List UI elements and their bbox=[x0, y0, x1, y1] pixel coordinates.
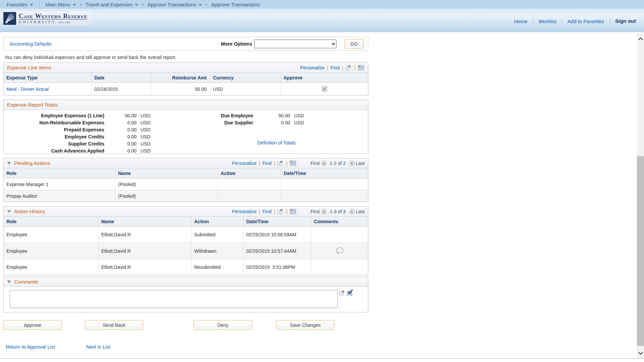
col-currency[interactable]: Currency bbox=[210, 73, 281, 82]
worklist-link[interactable]: Worklist bbox=[539, 18, 556, 24]
home-link[interactable]: Home bbox=[514, 18, 528, 24]
comment-bubble-icon[interactable] bbox=[336, 247, 344, 254]
col-action[interactable]: Action bbox=[192, 217, 244, 226]
tools-separator: | bbox=[259, 209, 260, 214]
personalize-link[interactable]: Personalize bbox=[232, 161, 257, 166]
personalize-link[interactable]: Personalize bbox=[300, 65, 325, 70]
nav-crumb-label: Travel and Expenses bbox=[86, 2, 132, 7]
pager-first[interactable]: First bbox=[311, 161, 320, 166]
find-link[interactable]: Find bbox=[330, 65, 339, 70]
add-to-favorites-link[interactable]: Add to Favorites bbox=[568, 18, 604, 24]
download-grid-icon[interactable] bbox=[290, 209, 297, 214]
ah-datetime: 02/25/2015 10:57:44AM bbox=[244, 243, 311, 259]
tools-separator: | bbox=[286, 161, 287, 166]
expense-report-totals-title: Expense Report Totals bbox=[7, 102, 58, 108]
breadcrumb-separator: › bbox=[142, 1, 144, 8]
find-link[interactable]: Find bbox=[262, 209, 271, 214]
pending-actions-header-row: Role Name Action Date/Time bbox=[4, 168, 368, 178]
header-banner: Case Western Reserve University EST. 182… bbox=[0, 9, 644, 32]
nav-travel-and-expenses[interactable]: Travel and Expenses bbox=[86, 2, 138, 7]
expand-popup-icon[interactable] bbox=[339, 289, 345, 296]
total-amount: 0.00 bbox=[104, 134, 137, 139]
total-label: Non-Reimbursable Expenses bbox=[4, 120, 104, 125]
deny-button[interactable]: Deny bbox=[194, 320, 252, 330]
approve-checkbox[interactable] bbox=[322, 86, 327, 92]
col-approve: Approve bbox=[281, 73, 368, 82]
pager-next-icon[interactable] bbox=[349, 209, 355, 214]
return-to-approval-list-link[interactable]: Return to Approval List bbox=[6, 344, 55, 350]
scroll-down-icon[interactable] bbox=[637, 348, 644, 358]
ah-role: Employee bbox=[4, 259, 99, 275]
col-name[interactable]: Name bbox=[115, 168, 218, 178]
page-bottom-divider bbox=[0, 358, 644, 359]
pa-role: Expense Manager 1 bbox=[4, 178, 115, 190]
pager-next-icon[interactable] bbox=[349, 161, 355, 166]
nav-favorites[interactable]: Favorites bbox=[7, 2, 33, 7]
personalize-link[interactable]: Personalize bbox=[232, 209, 257, 214]
col-name[interactable]: Name bbox=[99, 217, 192, 226]
view-all-popup-icon[interactable] bbox=[277, 160, 284, 166]
download-grid-icon[interactable] bbox=[358, 65, 365, 70]
collapse-triangle-icon[interactable] bbox=[7, 281, 11, 283]
scroll-up-icon[interactable] bbox=[637, 34, 644, 44]
collapse-triangle-icon[interactable] bbox=[7, 162, 11, 165]
total-currency: USD bbox=[137, 127, 151, 132]
total-currency: USD bbox=[137, 113, 151, 118]
tools-separator: | bbox=[354, 65, 356, 70]
chevron-down-icon bbox=[73, 4, 76, 6]
go-button[interactable]: GO bbox=[344, 39, 364, 49]
ah-role: Employee bbox=[4, 227, 99, 243]
nav-favorites-label: Favorites bbox=[7, 2, 28, 7]
more-options-select[interactable] bbox=[254, 40, 336, 48]
sign-out-link[interactable]: Sign out bbox=[615, 18, 636, 24]
col-role[interactable]: Role bbox=[4, 217, 99, 226]
action-history-header-row: Role Name Action Date/Time Comments bbox=[4, 217, 368, 227]
nav-approve-transactions-menu[interactable]: Approve Transactions bbox=[148, 2, 202, 7]
col-expense-type[interactable]: Expense Type bbox=[4, 73, 92, 82]
spell-check-icon[interactable] bbox=[346, 289, 354, 296]
pager-last[interactable]: Last bbox=[356, 161, 365, 166]
download-grid-icon[interactable] bbox=[290, 161, 297, 166]
ah-name: Elliott,David R bbox=[99, 259, 192, 275]
comments-section: Comments bbox=[3, 277, 368, 312]
pager-prev-icon[interactable] bbox=[321, 161, 326, 166]
expense-type-link[interactable]: Meal - Dinner Actual bbox=[6, 86, 49, 92]
col-role[interactable]: Role bbox=[4, 168, 115, 178]
header-links: Home Worklist Add to Favorites Sign out bbox=[514, 18, 636, 24]
col-date[interactable]: Date bbox=[92, 73, 151, 82]
pager-last[interactable]: Last bbox=[356, 209, 365, 214]
pending-action-row: Prepay Auditor (Pooled) bbox=[4, 190, 368, 202]
pending-actions-title: Pending Actions bbox=[14, 160, 50, 166]
next-in-list-link[interactable]: Next in List bbox=[86, 344, 110, 350]
total-amount: 50.00 bbox=[104, 113, 137, 118]
total-label: Cash Advances Applied bbox=[4, 148, 104, 154]
pager-first[interactable]: First bbox=[311, 209, 320, 214]
accounting-defaults-link[interactable]: Accounting Defaults bbox=[10, 41, 52, 47]
view-all-popup-icon[interactable] bbox=[277, 208, 284, 214]
send-back-button[interactable]: Send Back bbox=[85, 320, 143, 330]
nav-approve-transactions-current[interactable]: Approve Transactions bbox=[211, 2, 260, 7]
total-amount: 0.00 bbox=[253, 120, 290, 125]
expense-amount: 50.00 bbox=[151, 83, 210, 95]
totals-left-column: Employee Expenses (1 Line) 50.00 USD Non… bbox=[4, 112, 151, 154]
collapse-triangle-icon[interactable] bbox=[7, 210, 11, 213]
col-action[interactable]: Action bbox=[218, 168, 281, 178]
scrollbar-thumb[interactable] bbox=[637, 156, 644, 346]
col-datetime[interactable]: Date/Time bbox=[244, 217, 311, 226]
col-comments[interactable]: Comments bbox=[311, 217, 368, 226]
cwru-logo-text: Case Western Reserve University EST. 182… bbox=[19, 13, 87, 24]
breadcrumb: Favorites Main Menu › Travel and Expense… bbox=[0, 0, 644, 9]
col-datetime[interactable]: Date/Time bbox=[281, 168, 368, 178]
pending-actions-section: Pending Actions Personalize | Find | | bbox=[3, 158, 368, 202]
pager-prev-icon[interactable] bbox=[321, 209, 326, 214]
find-link[interactable]: Find bbox=[262, 161, 271, 166]
view-all-popup-icon[interactable] bbox=[345, 65, 352, 70]
definition-of-totals-link[interactable]: Definition of Totals bbox=[257, 140, 296, 145]
nav-main-menu[interactable]: Main Menu bbox=[46, 2, 76, 7]
approve-button[interactable]: Approve bbox=[3, 320, 62, 330]
comments-textarea[interactable] bbox=[10, 290, 338, 308]
vertical-scrollbar[interactable] bbox=[637, 34, 644, 358]
save-changes-button[interactable]: Save Changes bbox=[276, 320, 334, 330]
col-reimburse-amt[interactable]: Reimburse Amt bbox=[151, 73, 210, 82]
total-currency: USD bbox=[137, 148, 151, 154]
